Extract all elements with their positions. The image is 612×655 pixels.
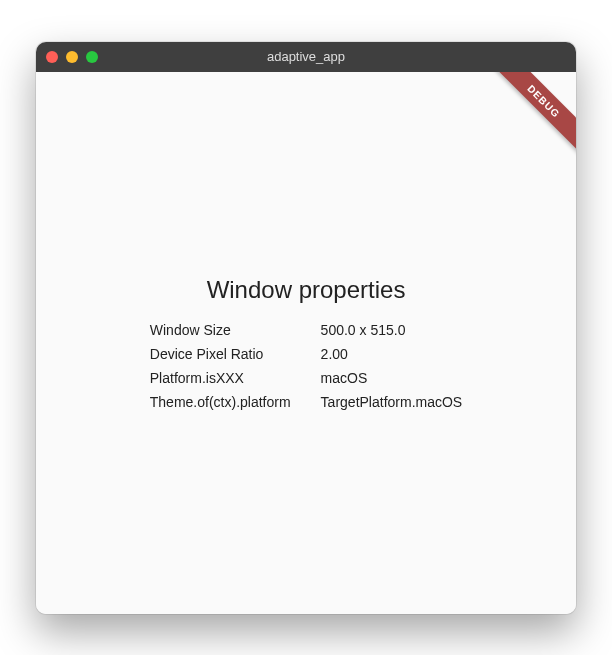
debug-banner: DEBUG [486,72,576,162]
window-title: adaptive_app [36,49,576,64]
page-title: Window properties [150,276,462,304]
property-value: macOS [321,370,463,386]
property-value: TargetPlatform.macOS [321,394,463,410]
properties-grid: Window Size 500.0 x 515.0 Device Pixel R… [150,322,462,410]
minimize-icon[interactable] [66,51,78,63]
property-value: 2.00 [321,346,463,362]
properties-panel: Window properties Window Size 500.0 x 51… [150,276,462,410]
debug-banner-label: DEBUG [487,72,576,158]
property-value: 500.0 x 515.0 [321,322,463,338]
app-window: adaptive_app DEBUG Window properties Win… [36,42,576,614]
property-label: Platform.isXXX [150,370,291,386]
close-icon[interactable] [46,51,58,63]
property-label: Device Pixel Ratio [150,346,291,362]
window-content: DEBUG Window properties Window Size 500.… [36,72,576,614]
titlebar: adaptive_app [36,42,576,72]
property-label: Window Size [150,322,291,338]
traffic-lights [46,51,98,63]
maximize-icon[interactable] [86,51,98,63]
property-label: Theme.of(ctx).platform [150,394,291,410]
